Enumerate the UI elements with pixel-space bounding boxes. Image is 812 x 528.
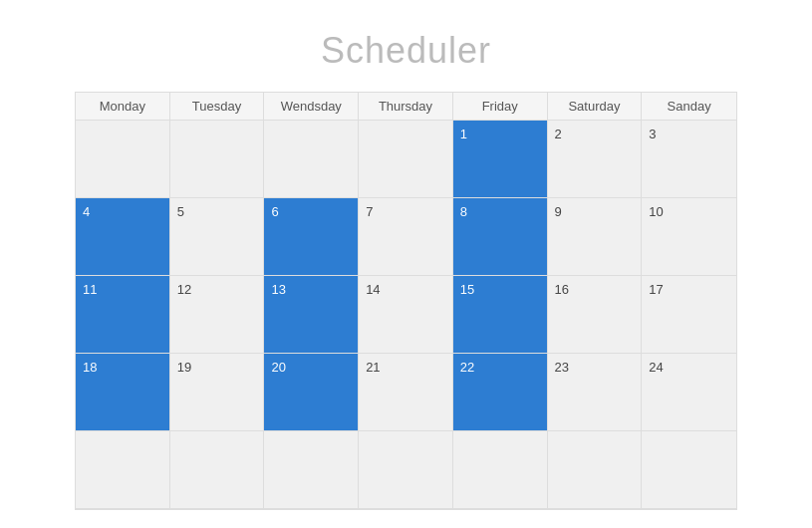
day-cell bbox=[264, 431, 359, 509]
calendar-wrapper: MondayTuesdayWendsdayThursdayFridaySatur… bbox=[0, 92, 812, 510]
day-cell[interactable]: 11 bbox=[76, 276, 170, 354]
day-cell[interactable]: 23 bbox=[548, 354, 643, 431]
day-cell[interactable]: 17 bbox=[642, 276, 736, 354]
calendar-header: MondayTuesdayWendsdayThursdayFridaySatur… bbox=[75, 92, 737, 120]
day-cell bbox=[642, 431, 736, 509]
day-cell[interactable]: 14 bbox=[359, 276, 453, 354]
day-cell[interactable]: 16 bbox=[548, 276, 643, 354]
day-cell bbox=[76, 431, 170, 509]
header-day-cell: Saturday bbox=[548, 93, 643, 120]
header-day-cell: Sanday bbox=[642, 93, 736, 120]
day-cell[interactable]: 5 bbox=[170, 198, 265, 276]
day-cell[interactable]: 21 bbox=[359, 354, 453, 431]
day-cell[interactable]: 4 bbox=[76, 198, 170, 276]
day-cell[interactable]: 2 bbox=[548, 121, 643, 198]
day-cell[interactable]: 8 bbox=[453, 198, 548, 276]
day-cell bbox=[170, 121, 265, 198]
day-cell[interactable]: 15 bbox=[453, 276, 548, 354]
day-cell[interactable]: 1 bbox=[453, 121, 548, 198]
day-cell[interactable]: 3 bbox=[642, 121, 736, 198]
page-title: Scheduler bbox=[0, 0, 812, 92]
day-cell[interactable]: 7 bbox=[359, 198, 453, 276]
day-cell[interactable]: 9 bbox=[548, 198, 643, 276]
day-cell[interactable]: 18 bbox=[76, 354, 170, 431]
day-cell bbox=[76, 121, 170, 198]
day-cell[interactable]: 13 bbox=[264, 276, 359, 354]
header-day-cell: Friday bbox=[453, 93, 548, 120]
day-cell bbox=[453, 431, 548, 509]
day-cell[interactable]: 10 bbox=[642, 198, 736, 276]
header-day-cell: Tuesday bbox=[170, 93, 265, 120]
day-cell bbox=[264, 121, 359, 198]
day-cell[interactable]: 19 bbox=[170, 354, 265, 431]
header-day-cell: Thursday bbox=[359, 93, 453, 120]
day-cell[interactable]: 20 bbox=[264, 354, 359, 431]
day-cell[interactable]: 24 bbox=[642, 354, 736, 431]
day-cell bbox=[359, 431, 453, 509]
day-cell bbox=[359, 121, 453, 198]
header-day-cell: Monday bbox=[76, 93, 170, 120]
day-cell[interactable]: 6 bbox=[264, 198, 359, 276]
header-day-cell: Wendsday bbox=[264, 93, 359, 120]
day-cell[interactable]: 22 bbox=[453, 354, 548, 431]
day-cell bbox=[170, 431, 265, 509]
day-cell[interactable]: 12 bbox=[170, 276, 265, 354]
calendar-grid: 123456789101112131415161718192021222324 bbox=[75, 120, 737, 510]
day-cell bbox=[548, 431, 643, 509]
